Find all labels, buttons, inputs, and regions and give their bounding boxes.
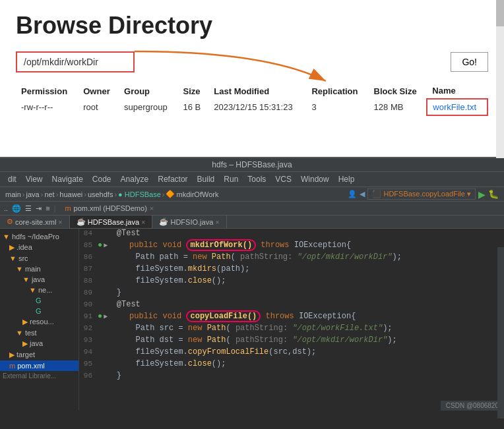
folder-icon: ▼ (3, 233, 10, 241)
code-line-88: 88 fileSystem.close(); (79, 276, 504, 288)
line-content: fileSystem.copyFromLocalFile(src,dst); (98, 347, 316, 357)
hdfsio-label: HDFSIO.java (170, 218, 213, 226)
line-num: 87 (79, 265, 98, 273)
line-num: 93 (79, 336, 98, 344)
code-line-91: 91 ● ▶ public void copyLoadFile() throws… (79, 312, 504, 324)
tree-src[interactable]: ▼src (0, 253, 79, 264)
line-num: 89 (79, 289, 98, 297)
menu-vcs[interactable]: VCS (271, 173, 296, 185)
menu-refactor[interactable]: Refactor (154, 173, 191, 185)
tree-hdfs[interactable]: ▼hdfs ~/IdeaPro (0, 231, 79, 242)
col-last-modified: Last Modified (208, 83, 306, 99)
toolbar-list[interactable]: ☰ (25, 204, 32, 213)
folder-icon: ▼ (29, 286, 36, 294)
tab-pom[interactable]: m pom.xml (HDFSDemo) × (59, 203, 159, 214)
line-content: Path path = new Path( pathString: "/opt/… (98, 252, 402, 262)
line-num: 88 (79, 277, 98, 285)
tree-pom[interactable]: m pom.xml (0, 360, 79, 371)
ide-main: ▼hdfs ~/IdeaPro ▶.idea ▼src ▼main ▼java … (0, 229, 504, 411)
pom-close[interactable]: × (150, 204, 154, 212)
file-link[interactable]: workFile.txt (433, 102, 476, 112)
tree-java[interactable]: ▼java (0, 274, 79, 285)
breadcrumb-usehdfs[interactable]: usehdfs (88, 190, 113, 198)
tab-hdfsio[interactable]: ☕ HDFSIO.java × (152, 215, 226, 228)
file-tree: ▼hdfs ~/IdeaPro ▶.idea ▼src ▼main ▼java … (0, 229, 79, 411)
run-button[interactable]: ▶ (478, 189, 486, 200)
col-block-size: Block Size (369, 83, 427, 99)
folder-icon: ▼ (16, 329, 23, 337)
tab-core-site[interactable]: ⚙ core-site.xml × (0, 215, 70, 228)
run-user-icon: 👤 (348, 190, 357, 198)
code-editor[interactable]: 84 @Test 85 ● ▶ public void mkdirOfWork(… (79, 229, 504, 411)
code-line-87: 87 fileSystem.mkdirs(path); (79, 264, 504, 276)
code-line-89: 89 } (79, 288, 504, 300)
tree-g1[interactable]: G (0, 295, 79, 306)
line-content: Path src = new Path( pathString: "/opt/w… (98, 324, 393, 333)
menu-analyze[interactable]: Analyze (117, 173, 153, 185)
ide-tabs: ⚙ core-site.xml × ☕ HDFSBase.java × ☕ HD… (0, 215, 504, 229)
menu-navigate[interactable]: Navigate (47, 173, 86, 185)
code-lines: 84 @Test 85 ● ▶ public void mkdirOfWork(… (79, 229, 504, 383)
col-name: Name (427, 83, 488, 99)
breadcrumb-hdfsbase[interactable]: ● HDFSBase (118, 190, 161, 198)
folder-icon: ▶ (22, 318, 28, 326)
hdfsio-close[interactable]: × (215, 218, 219, 226)
code-line-85: 85 ● ▶ public void mkdirOfWork() throws … (79, 241, 504, 252)
breadcrumb-mkdirofwork[interactable]: mkdirOfWork (176, 190, 218, 198)
breadcrumb-java[interactable]: java (26, 190, 40, 198)
breadcrumb-icon: 🔶 (166, 190, 175, 198)
col-size: Size (178, 83, 209, 99)
pom-tree-icon: m (9, 362, 15, 370)
menu-build[interactable]: Build (193, 173, 219, 185)
line-content: } (98, 288, 121, 297)
hdfsbase-close[interactable]: × (141, 218, 145, 226)
toolbar-breadcrumb[interactable]: ≡ (46, 204, 49, 212)
menu-tools[interactable]: Tools (243, 173, 270, 185)
menu-run[interactable]: Run (220, 173, 242, 185)
line-content: @Test (98, 229, 141, 238)
go-button[interactable]: Go! (451, 52, 488, 72)
hdfsio-icon: ☕ (159, 217, 168, 226)
tree-java-test[interactable]: ▶java (0, 338, 79, 349)
debug-button[interactable]: 🐛 (488, 189, 499, 199)
menu-view[interactable]: View (22, 173, 47, 185)
breadcrumb-main[interactable]: main (5, 190, 21, 198)
menu-code[interactable]: Code (88, 173, 115, 185)
menu-edit[interactable]: dit (4, 173, 20, 185)
table-row: -rw-r--r-- root supergroup 16 B 2023/12/… (16, 99, 488, 115)
line-num: 86 (79, 253, 98, 261)
tree-ne[interactable]: ▼ne... (0, 285, 79, 295)
tree-resou[interactable]: ▶resou... (0, 316, 79, 328)
breadcrumb-huawei[interactable]: huawei (59, 190, 82, 198)
toolbar-dotdot[interactable]: .. (4, 204, 8, 212)
toolbar-globe[interactable]: 🌐 (12, 204, 21, 213)
code-line-93: 93 Path dst = new Path( pathString: "/op… (79, 335, 504, 347)
scrollbar[interactable] (496, 0, 504, 158)
core-label: core-site.xml (15, 218, 56, 226)
line-content: @Test (98, 300, 141, 309)
cell-name: workFile.txt (427, 99, 488, 115)
core-close[interactable]: × (58, 218, 62, 226)
path-input[interactable] (16, 51, 135, 72)
breadcrumb-net[interactable]: net (44, 190, 54, 198)
ide-scrollbar[interactable] (497, 247, 504, 418)
tree-test[interactable]: ▼test (0, 328, 79, 338)
code-line-84: 84 @Test (79, 229, 504, 241)
code-line-96: 96 } (79, 371, 504, 383)
tree-external[interactable]: External Librarie... (0, 371, 79, 381)
tree-g2[interactable]: G (0, 306, 79, 316)
line-content: public void copyLoadFile() throws IOExce… (110, 312, 356, 321)
back-button[interactable]: ◀ (360, 190, 365, 198)
scrollbar-thumb[interactable] (496, 0, 504, 26)
sep2: › (41, 190, 44, 198)
toolbar-indent[interactable]: ⇥ (36, 204, 42, 213)
java-icon: G (36, 297, 42, 304)
tab-hdfsbase[interactable]: ☕ HDFSBase.java × (70, 215, 153, 228)
tree-target[interactable]: ▶target (0, 349, 79, 360)
ide-titlebar: hdfs – HDFSBase.java (0, 158, 504, 172)
tree-idea[interactable]: ▶.idea (0, 242, 79, 253)
line-num: 92 (79, 324, 98, 332)
menu-window[interactable]: Window (297, 173, 333, 185)
menu-help[interactable]: Help (334, 173, 359, 185)
tree-main[interactable]: ▼main (0, 264, 79, 274)
